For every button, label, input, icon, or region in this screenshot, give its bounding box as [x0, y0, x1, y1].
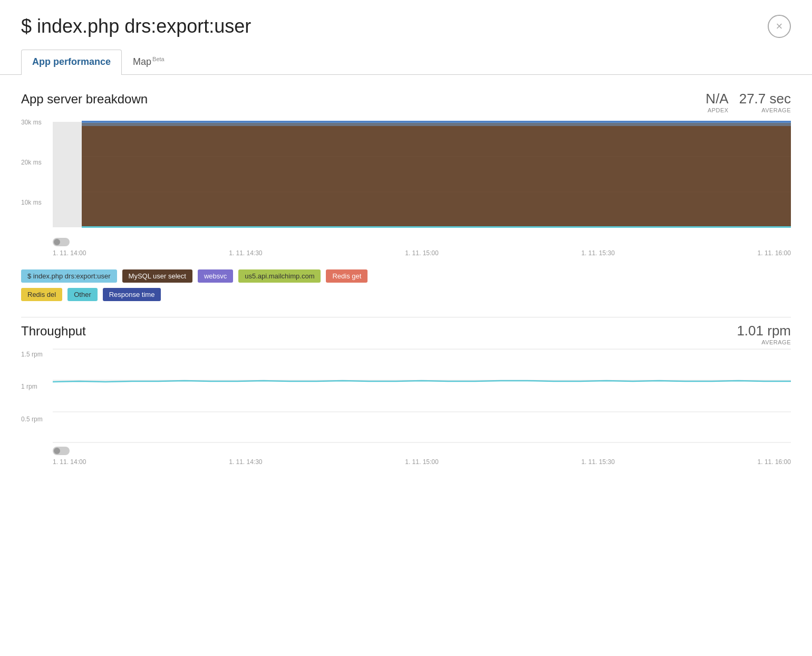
y-label-30k: 30k ms — [21, 119, 53, 126]
throughput-x-label-1400: 1. 11. 14:00 — [53, 458, 86, 466]
section-divider — [21, 317, 791, 317]
apdex-value: N/A — [705, 91, 728, 107]
x-label-1600: 1. 11. 16:00 — [758, 249, 791, 257]
legend-badge-mysql[interactable]: MySQL user select — [122, 269, 192, 283]
legend-item-redis-del: Redis del — [21, 288, 62, 301]
perf-x-labels: 1. 11. 14:00 1. 11. 14:30 1. 11. 15:00 1… — [53, 246, 791, 257]
throughput-chart-area — [53, 349, 791, 455]
app-server-breakdown-header: App server breakdown N/A APDEX 27.7 sec … — [21, 91, 791, 113]
x-label-1500: 1. 11. 15:00 — [405, 249, 438, 257]
legend-badge-response-time[interactable]: Response time — [103, 288, 161, 301]
perf-scroll-indicator[interactable] — [53, 238, 70, 246]
throughput-y-labels: 1.5 rpm 1 rpm 0.5 rpm — [21, 349, 53, 450]
legend-item-websvc: websvc — [198, 269, 233, 283]
close-button[interactable]: × — [768, 15, 791, 38]
x-label-1430: 1. 11. 14:30 — [229, 249, 262, 257]
legend-badge-other[interactable]: Other — [67, 288, 98, 301]
throughput-x-label-1430: 1. 11. 14:30 — [229, 458, 262, 466]
tab-app-performance[interactable]: App performance — [21, 50, 122, 75]
throughput-avg-value: 1.01 rpm — [737, 323, 791, 339]
legend-item-other: Other — [67, 288, 98, 301]
throughput-x-label-1500: 1. 11. 15:00 — [405, 458, 438, 466]
perf-chart-area — [53, 117, 791, 246]
page-title: $ index.php drs:export:user — [21, 15, 251, 37]
y-label-10k: 10k ms — [21, 199, 53, 206]
throughput-chart-container: 1.5 rpm 1 rpm 0.5 rpm — [21, 349, 791, 466]
throughput-y-label-1: 1 rpm — [21, 383, 53, 390]
legend-badge-redis-get[interactable]: Redis get — [326, 269, 368, 283]
svg-rect-4 — [82, 122, 791, 126]
perf-chart-container: 30k ms 20k ms 10k ms — [21, 117, 791, 257]
throughput-chart[interactable] — [53, 349, 791, 443]
tabs-container: App performance MapBeta — [0, 49, 812, 75]
perf-y-labels: 30k ms 20k ms 10k ms — [21, 117, 53, 241]
legend-badge-index-php[interactable]: $ index.php drs:export:user — [21, 269, 117, 283]
perf-chart[interactable] — [53, 117, 791, 233]
throughput-scroll-indicator[interactable] — [53, 447, 70, 455]
svg-rect-3 — [82, 226, 791, 228]
svg-rect-1 — [82, 122, 791, 227]
throughput-y-label-05: 0.5 rpm — [21, 416, 53, 423]
apdex-stat: N/A APDEX — [705, 91, 728, 113]
throughput-x-label-1600: 1. 11. 16:00 — [758, 458, 791, 466]
throughput-section: Throughput 1.01 rpm AVERAGE 1.5 rpm 1 rp… — [21, 323, 791, 466]
throughput-y-label-15: 1.5 rpm — [21, 351, 53, 358]
throughput-x-labels: 1. 11. 14:00 1. 11. 14:30 1. 11. 15:00 1… — [53, 455, 791, 466]
throughput-header: Throughput 1.01 rpm AVERAGE — [21, 323, 791, 345]
average-stat: 27.7 sec AVERAGE — [739, 91, 791, 113]
section-stats: N/A APDEX 27.7 sec AVERAGE — [705, 91, 791, 113]
throughput-avg-stat: 1.01 rpm AVERAGE — [737, 323, 791, 345]
legend-badge-websvc[interactable]: websvc — [198, 269, 233, 283]
throughput-x-label-1530: 1. 11. 15:30 — [581, 458, 614, 466]
x-label-1530: 1. 11. 15:30 — [581, 249, 614, 257]
legend-badge-mailchimp[interactable]: us5.api.mailchimp.com — [238, 269, 321, 283]
tab-map[interactable]: MapBeta — [122, 49, 176, 75]
throughput-title: Throughput — [21, 324, 86, 339]
legend-container: $ index.php drs:export:user MySQL user s… — [21, 269, 791, 301]
apdex-label: APDEX — [705, 107, 728, 113]
x-label-1400: 1. 11. 14:00 — [53, 249, 86, 257]
svg-rect-0 — [53, 122, 82, 227]
throughput-avg-label: AVERAGE — [737, 339, 791, 345]
y-label-20k: 20k ms — [21, 159, 53, 166]
legend-badge-redis-del[interactable]: Redis del — [21, 288, 62, 301]
legend-item-mailchimp: us5.api.mailchimp.com — [238, 269, 321, 283]
average-label: AVERAGE — [739, 107, 791, 113]
app-server-breakdown-title: App server breakdown — [21, 92, 148, 107]
legend-item-index-php: $ index.php drs:export:user — [21, 269, 117, 283]
average-value: 27.7 sec — [739, 91, 791, 107]
main-content: App server breakdown N/A APDEX 27.7 sec … — [0, 75, 812, 486]
legend-item-response-time: Response time — [103, 288, 161, 301]
legend-item-redis-get: Redis get — [326, 269, 368, 283]
throughput-stats: 1.01 rpm AVERAGE — [737, 323, 791, 345]
page-header: $ index.php drs:export:user × — [0, 0, 812, 49]
beta-badge: Beta — [152, 56, 165, 62]
legend-item-mysql: MySQL user select — [122, 269, 192, 283]
